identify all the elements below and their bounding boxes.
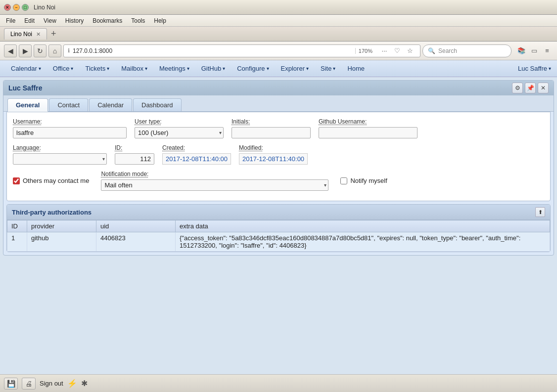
initials-input[interactable] [232,127,311,138]
language-group: Language: ▾ [13,144,107,165]
sidebar-icon[interactable]: ▭ [528,45,540,57]
form-area: Username: User type: 100 (User) ▾ Initia… [6,112,551,201]
github-username-input[interactable] [319,127,418,138]
notification-mode-select[interactable]: Mail often [101,179,328,191]
initials-group: Initials: [232,118,311,138]
tab-calendar[interactable]: Calendar [89,98,132,111]
section-title: Third-party authorizations [12,209,92,216]
modified-group: Modified: 2017-12-08T11:40:00 [239,144,308,165]
print-button[interactable]: 🖨 [22,378,36,390]
browser-tab-lino[interactable]: Lino Noi ✕ [4,28,47,40]
modified-label: Modified: [239,144,308,151]
app-menu-right: Luc Saffre ▾ [518,65,551,72]
cell-id: 1 [7,232,27,252]
record-panel: Luc Saffre ⚙ 📌 ✕ General Contact Calenda… [3,80,554,256]
chevron-down-icon: ▾ [71,66,73,71]
app-menu-explorer[interactable]: Explorer ▾ [276,63,314,74]
close-icon[interactable]: ✕ [538,83,549,93]
tab-contact[interactable]: Contact [49,98,88,111]
menu-file[interactable]: File [2,16,19,25]
tab-dashboard[interactable]: Dashboard [133,98,182,111]
chevron-down-icon: ▾ [267,66,269,71]
section-header: Third-party authorizations ⬆ [7,205,550,220]
app-menu-mailbox[interactable]: Mailbox ▾ [116,63,152,74]
table-scroll[interactable]: ID provider uid extra data 1 github 4406… [7,220,550,252]
cell-extra-data: {"access_token": "5a83c346dcf835eac160d8… [176,232,550,252]
notification-mode-label: Notification mode: [101,171,328,177]
app-menu-calendar[interactable]: Calendar ▾ [6,63,46,74]
minimize-button[interactable]: − [13,4,20,11]
tab-general[interactable]: General [7,98,48,112]
cell-uid: 4406823 [96,232,176,252]
menu-help[interactable]: Help [150,16,170,25]
home-button[interactable]: ⌂ [48,44,61,57]
github-username-group: Github Username: [319,118,418,138]
search-placeholder: Search [438,47,457,54]
menu-history[interactable]: History [61,16,88,25]
tab-close-icon[interactable]: ✕ [36,31,41,38]
search-icon: 🔍 [428,47,435,54]
more-options-icon[interactable]: ··· [378,45,390,57]
pin-icon[interactable]: 📌 [525,83,536,93]
settings-icon[interactable]: ⚙ [512,83,523,93]
others-contact-checkbox[interactable] [13,177,20,184]
maximize-button[interactable]: □ [22,4,29,11]
created-group: Created: 2017-12-08T11:40:00 [162,144,231,165]
username-group: Username: [13,118,127,138]
forward-button[interactable]: ▶ [19,44,32,57]
app-menu-github[interactable]: GitHub ▾ [196,63,230,74]
library-icon[interactable]: 📚 [515,45,527,57]
app-menu-office[interactable]: Office ▾ [48,63,79,74]
chevron-down-icon: ▾ [107,66,109,71]
username-input[interactable] [13,127,127,138]
sign-out-label[interactable]: Sign out [40,380,63,387]
language-select[interactable] [13,153,107,165]
table-row[interactable]: 1 github 4406823 {"access_token": "5a83c… [7,232,550,252]
user-menu[interactable]: Luc Saffre ▾ [518,65,551,72]
address-bar-icons: ··· ♡ ☆ [378,45,416,57]
notification-mode-select-wrapper: Mail often ▾ [101,179,328,191]
menu-bar: File Edit View History Bookmarks Tools H… [0,15,557,27]
save-button[interactable]: 💾 [4,378,18,390]
back-button[interactable]: ◀ [4,44,17,57]
security-icon: ℹ [68,47,70,54]
menu-bookmarks[interactable]: Bookmarks [89,16,126,25]
third-party-panel: Third-party authorizations ⬆ ID provider… [6,204,551,252]
app-menu-configure[interactable]: Configure ▾ [232,63,274,74]
record-tab-list: General Contact Calendar Dashboard [3,95,554,112]
search-bar[interactable]: 🔍 Search [422,44,511,57]
bookmark-icon[interactable]: ♡ [391,45,403,57]
usertype-select[interactable]: 100 (User) [135,127,224,138]
bottom-toolbar: 💾 🖨 Sign out ⚡ ✱ [0,374,557,392]
address-bar[interactable]: ℹ 127.0.0.1:8000 170% ··· ♡ ☆ [63,44,420,57]
lightning-icon[interactable]: ⚡ [67,379,77,388]
chevron-down-icon: ▾ [549,66,551,71]
language-label: Language: [13,144,107,151]
app-menu-meetings[interactable]: Meetings ▾ [154,63,194,74]
id-group: ID: [115,144,154,165]
menu-view[interactable]: View [40,16,60,25]
third-party-table: ID provider uid extra data 1 github 4406… [7,220,550,252]
usertype-label: User type: [135,118,224,125]
app-menu-site[interactable]: Site ▾ [316,63,340,74]
window-title: Lino Noi [34,4,553,11]
chevron-down-icon: ▾ [145,66,147,71]
record-header-icons: ⚙ 📌 ✕ [512,83,549,93]
app-menu-home[interactable]: Home [342,63,370,74]
star-icon[interactable]: ☆ [404,45,416,57]
record-title: Luc Saffre [8,84,42,92]
window-controls: ✕ − □ [4,4,29,11]
asterisk-icon[interactable]: ✱ [81,379,88,388]
chevron-down-icon: ▾ [223,66,225,71]
notify-myself-checkbox[interactable] [340,177,347,184]
collapse-button[interactable]: ⬆ [535,207,545,217]
new-tab-button[interactable]: + [48,29,59,39]
menu-tools[interactable]: Tools [127,16,149,25]
app-menu-tickets[interactable]: Tickets ▾ [80,63,114,74]
menu-edit[interactable]: Edit [20,16,39,25]
notification-mode-group: Notification mode: Mail often ▾ [101,171,328,191]
overflow-icon[interactable]: ≡ [541,45,553,57]
reload-button[interactable]: ↻ [34,44,46,57]
close-button[interactable]: ✕ [4,4,11,11]
id-input[interactable] [115,153,154,165]
